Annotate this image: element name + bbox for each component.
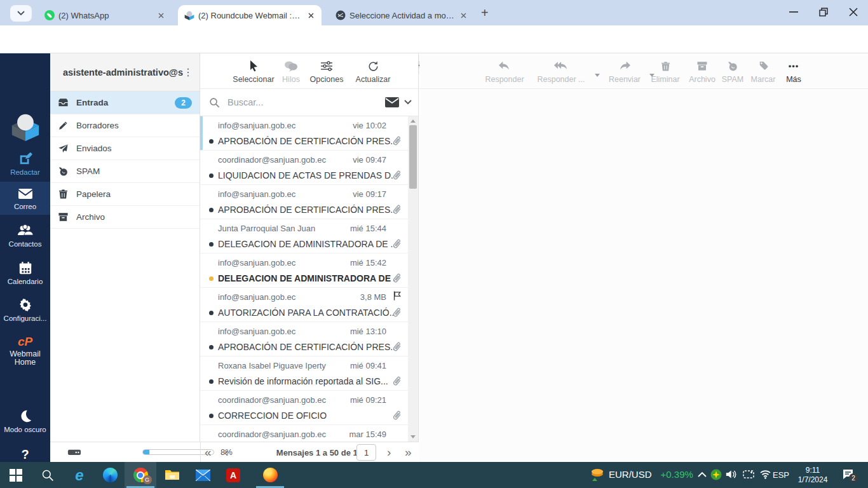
language-indicator[interactable]: ESP xyxy=(773,470,789,480)
message-row[interactable]: info@sanjuan.gob.ec mié 13:10 APROBACIÓN… xyxy=(200,322,409,356)
search-options-chevron-icon[interactable] xyxy=(404,100,412,105)
attachment-icon xyxy=(391,306,403,318)
message-row[interactable]: coordinador@sanjuan.gob.ec mar 15:49 xyxy=(200,425,409,442)
tab-whatsapp[interactable]: (2) WhatsApp xyxy=(38,5,172,25)
content-pane: Responder Responder ... Reenviar xyxy=(419,53,868,462)
tab-close-icon[interactable] xyxy=(306,10,316,21)
new-tab-button[interactable]: + xyxy=(481,6,489,20)
message-row[interactable]: Roxana Isabel Piguave Iperty mié 09:41 R… xyxy=(200,356,409,391)
chrome-icon: G xyxy=(133,468,148,482)
window-minimize-button[interactable] xyxy=(789,11,798,13)
page-number-input[interactable] xyxy=(356,444,376,461)
archivo-button[interactable]: Archivo xyxy=(682,58,722,84)
folder-borradores[interactable]: Borradores xyxy=(50,114,200,137)
sidebar-item-contactos[interactable]: Contactos xyxy=(0,224,50,248)
sidebar-item-label: Calendario xyxy=(0,278,50,286)
chrome-button[interactable]: G xyxy=(125,462,156,488)
opciones-button[interactable]: Opciones xyxy=(304,58,349,84)
clock[interactable]: 9:11 1/7/2024 xyxy=(793,466,832,485)
notification-center-icon[interactable]: 2 xyxy=(842,468,854,480)
calendar-icon xyxy=(0,261,50,275)
seleccionar-button[interactable]: Seleccionar xyxy=(229,58,278,84)
message-date: mié 09:41 xyxy=(350,361,386,370)
eliminar-button[interactable]: Eliminar xyxy=(644,58,686,84)
message-subject: APROBACIÓN DE CERTIFICACIÓN PRES... xyxy=(218,205,395,215)
firefox-button[interactable] xyxy=(254,462,286,488)
tab-roundcube[interactable]: (2) Roundcube Webmail :: Entra xyxy=(178,5,322,25)
reenviar-button[interactable]: Reenviar xyxy=(604,58,646,84)
account-header: asistente-administrativo@sa... ⋮ xyxy=(50,53,200,92)
tab-close-icon[interactable] xyxy=(156,10,166,21)
windows-taskbar: e G A EUR/USD xyxy=(0,462,868,488)
last-page-button[interactable]: » xyxy=(405,445,412,460)
taskbar-search-button[interactable] xyxy=(32,462,64,488)
marcar-button[interactable]: Marcar xyxy=(745,58,782,84)
sidebar-item-modo-oscuro[interactable]: Modo oscuro xyxy=(0,409,50,434)
message-row[interactable]: info@sanjuan.gob.ec vie 09:17 APROBACIÓN… xyxy=(200,185,409,219)
account-menu-kebab-icon[interactable]: ⋮ xyxy=(183,66,193,78)
responder-button[interactable]: Responder xyxy=(482,58,527,84)
tab-search-button[interactable] xyxy=(10,5,32,22)
file-explorer-button[interactable] xyxy=(156,462,188,488)
mas-button[interactable]: ••• Más xyxy=(779,58,808,84)
window-close-button[interactable] xyxy=(849,8,858,17)
internet-explorer-button[interactable]: e xyxy=(64,462,95,488)
sidebar-item-correo[interactable]: Correo xyxy=(0,182,50,215)
status-dot-icon xyxy=(209,242,214,247)
pencil-icon xyxy=(58,120,69,131)
tab-actividad[interactable]: Seleccione Actividad a modifica xyxy=(329,5,474,25)
sidebar-item-redactar[interactable]: Redactar xyxy=(0,152,50,177)
volume-icon[interactable] xyxy=(726,469,738,480)
currency-ticker[interactable]: EUR/USD+0.39% xyxy=(609,469,693,480)
message-row[interactable]: Junta Parroquial San Juan mié 15:44 DELE… xyxy=(200,219,409,254)
chevron-down-icon[interactable] xyxy=(595,74,600,77)
folder-papelera[interactable]: Papelera xyxy=(50,183,200,206)
sidebar-item-calendario[interactable]: Calendario xyxy=(0,261,50,286)
content-toolbar: Responder Responder ... Reenviar xyxy=(419,53,868,89)
coins-ticker-icon[interactable] xyxy=(590,467,605,482)
message-row[interactable]: info@sanjuan.gob.ec vie 10:02 APROBACIÓN… xyxy=(200,116,409,151)
message-row[interactable]: coordinador@sanjuan.gob.ec vie 09:47 LIQ… xyxy=(200,151,409,185)
message-row[interactable]: info@sanjuan.gob.ec mié 15:42 DELEGACION… xyxy=(200,254,409,288)
status-dot-icon xyxy=(209,345,214,349)
folder-spam[interactable]: SPAM xyxy=(50,160,200,183)
folder-enviados[interactable]: Enviados xyxy=(50,137,200,160)
touch-keyboard-icon[interactable] xyxy=(743,470,754,479)
window-restore-button[interactable] xyxy=(819,8,828,17)
status-bar: 8% « ‹ Mensajes 1 a 50 de 179 › » xyxy=(50,442,419,462)
sidebar-item-label: Contactos xyxy=(0,240,50,248)
search-scope-mail-icon[interactable] xyxy=(385,97,399,107)
first-page-button[interactable]: « xyxy=(205,445,212,460)
hilos-button[interactable]: Hilos xyxy=(278,58,304,84)
attachment-icon xyxy=(391,203,403,215)
scroll-up-icon[interactable] xyxy=(410,119,416,123)
prev-page-button[interactable]: ‹ xyxy=(224,445,228,460)
roundcube-logo[interactable] xyxy=(11,112,40,142)
unread-dot-icon xyxy=(209,276,214,281)
scroll-down-icon[interactable] xyxy=(410,435,416,438)
search-input[interactable] xyxy=(226,97,385,108)
next-page-button[interactable]: › xyxy=(387,445,391,460)
antivirus-tray-icon[interactable] xyxy=(710,469,722,480)
message-row[interactable]: info@sanjuan.gob.ec 3,8 MB AUTORIZACIÓN … xyxy=(200,288,409,322)
folder-archivo[interactable]: Archivo xyxy=(50,206,200,229)
sidebar-item-configuracion[interactable]: Configuraci... xyxy=(0,298,50,323)
wifi-icon[interactable] xyxy=(759,470,771,479)
message-row[interactable]: coordinador@sanjuan.gob.ec mié 09:21 COR… xyxy=(200,391,409,425)
message-sender: coordinador@sanjuan.gob.ec xyxy=(218,395,326,405)
folder-entrada[interactable]: Entrada 2 xyxy=(50,92,200,114)
storage-quota-icon xyxy=(67,447,81,458)
spam-button[interactable]: SPAM xyxy=(717,58,749,84)
mail-app-button[interactable] xyxy=(187,462,219,488)
edge-button[interactable] xyxy=(94,462,126,488)
sidebar-item-webmail-home[interactable]: cP Webmail Home xyxy=(0,335,50,367)
sidebar-item-label: Webmail Home xyxy=(5,350,46,367)
tray-expand-chevron-icon[interactable] xyxy=(698,471,707,477)
list-scrollbar[interactable] xyxy=(408,116,418,442)
tab-close-icon[interactable] xyxy=(458,10,469,21)
acrobat-button[interactable]: A xyxy=(217,462,249,488)
scrollbar-thumb[interactable] xyxy=(409,125,417,189)
responder-todos-button[interactable]: Responder ... xyxy=(531,58,591,84)
start-button[interactable] xyxy=(0,462,32,488)
actualizar-button[interactable]: Actualizar xyxy=(349,58,397,84)
